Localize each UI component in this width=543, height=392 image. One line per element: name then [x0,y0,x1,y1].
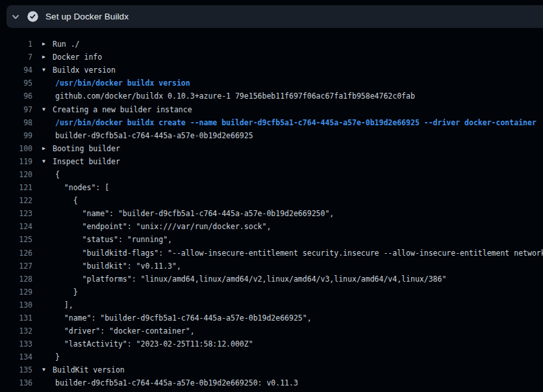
line-number[interactable]: 127 [0,262,32,271]
log-text: Buildx version [53,66,116,75]
group-toggle-icon[interactable]: ▼ [42,107,53,112]
line-number[interactable]: 130 [0,300,32,310]
log-line[interactable]: 121 "nodes": [ [0,181,543,194]
line-number[interactable]: 123 [0,209,32,218]
log-text: Docker info [53,53,102,62]
line-number[interactable]: 94 [0,66,32,75]
log-text: builder-d9cfb5a1-c764-445a-a57e-0b19d2e6… [53,378,298,387]
log-line[interactable]: 120 { [0,168,543,181]
line-number[interactable]: 96 [0,92,32,101]
line-number[interactable]: 129 [0,288,32,297]
log-text: builder-d9cfb5a1-c764-445a-a57e-0b19d2e6… [53,131,253,140]
log-line[interactable]: 97 ▼ Creating a new builder instance [0,103,543,116]
log-text: "platforms": "linux/amd64,linux/amd64/v2… [53,275,446,284]
line-number[interactable]: 100 [0,144,32,153]
line-number[interactable]: 124 [0,222,32,231]
chevron-down-icon[interactable] [11,12,20,21]
check-circle-icon [27,11,38,22]
log-text: "endpoint": "unix:///var/run/docker.sock… [53,222,271,231]
log-text: ], [53,300,73,310]
log-line[interactable]: 125 "status": "running", [0,233,543,246]
log-line[interactable]: 130 ], [0,299,543,312]
log-line[interactable]: 131 "name": "builder-d9cfb5a1-c764-445a-… [0,312,543,325]
log-line[interactable]: 122 { [0,194,543,207]
log-line[interactable]: 94 ▼ Buildx version [0,64,543,77]
log-line[interactable]: 1 ▶ Run ./ [0,38,543,51]
line-number[interactable]: 95 [0,79,32,88]
line-number[interactable]: 136 [0,378,32,387]
group-toggle-icon[interactable]: ▼ [42,367,53,373]
log-text: "driver": "docker-container", [53,326,195,336]
line-number[interactable]: 125 [0,235,32,244]
line-number[interactable]: 133 [0,339,32,349]
log-text: Run ./ [53,40,80,49]
line-number[interactable]: 97 [0,105,32,114]
line-number[interactable]: 134 [0,352,32,361]
log-line[interactable]: 123 "name": "builder-d9cfb5a1-c764-445a-… [0,207,543,220]
line-number[interactable]: 135 [0,365,32,374]
log-text: { [53,170,60,179]
group-toggle-icon[interactable]: ▼ [42,67,53,73]
log-line[interactable]: 96 github.com/docker/buildx 0.10.3+azure… [0,90,543,103]
log-line[interactable]: 119 ▼ Inspect builder [0,155,543,168]
log-line[interactable]: 127 "buildkit": "v0.11.3", [0,260,543,273]
log-text: Inspect builder [53,157,120,166]
log-line[interactable]: 129 } [0,286,543,299]
group-toggle-icon[interactable]: ▶ [42,55,53,60]
line-number[interactable]: 128 [0,275,32,284]
group-toggle-icon[interactable]: ▶ [42,146,53,151]
log-text: } [53,352,60,361]
log-line[interactable]: 95 /usr/bin/docker buildx version [0,77,543,90]
group-toggle-icon[interactable]: ▶ [42,42,53,47]
log-text: github.com/docker/buildx 0.10.3+azure-1 … [53,92,415,101]
log-text: "buildkitd-flags": "--allow-insecure-ent… [53,249,543,258]
line-number[interactable]: 98 [0,118,32,127]
log-text: Booting builder [53,144,120,153]
log-line[interactable]: 128 "platforms": "linux/amd64,linux/amd6… [0,273,543,286]
line-number[interactable]: 120 [0,170,32,179]
log-text: "name": "builder-d9cfb5a1-c764-445a-a57e… [53,313,312,323]
line-number[interactable]: 7 [0,53,32,62]
line-number[interactable]: 126 [0,249,32,258]
log-line[interactable]: 124 "endpoint": "unix:///var/run/docker.… [0,220,543,233]
step-title: Set up Docker Buildx [45,12,129,21]
log-line[interactable]: 132 "driver": "docker-container", [0,325,543,337]
log-text: } [53,288,78,297]
log-text: /usr/bin/docker buildx create --name bui… [53,118,537,127]
log-line[interactable]: 135 ▼ BuildKit version [0,363,543,376]
group-toggle-icon[interactable]: ▼ [42,159,53,164]
log-text: Creating a new builder instance [53,105,192,114]
line-number[interactable]: 1 [0,40,32,49]
log-line[interactable]: 100 ▶ Booting builder [0,142,543,155]
log-line[interactable]: 98 /usr/bin/docker buildx create --name … [0,116,543,129]
log-line[interactable]: 134 } [0,350,543,363]
log-line[interactable]: 136 builder-d9cfb5a1-c764-445a-a57e-0b19… [0,376,543,389]
line-number[interactable]: 99 [0,131,32,140]
log-line[interactable]: 7 ▶ Docker info [0,51,543,64]
log-text: "buildkit": "v0.11.3", [53,262,181,271]
line-number[interactable]: 121 [0,183,32,192]
line-number[interactable]: 132 [0,326,32,336]
log-area: 1 ▶ Run ./ 7 ▶ Docker info 94 ▼ Buildx v… [0,38,543,390]
line-number[interactable]: 119 [0,157,32,166]
step-header[interactable]: Set up Docker Buildx [6,5,543,28]
log-line[interactable]: 126 "buildkitd-flags": "--allow-insecure… [0,247,543,260]
log-text: "name": "builder-d9cfb5a1-c764-445a-a57e… [53,209,334,218]
log-text: "nodes": [ [53,183,109,192]
line-number[interactable]: 122 [0,196,32,205]
log-text: { [53,196,78,205]
log-text: "lastActivity": "2023-02-25T11:58:12.000… [53,339,253,349]
line-number[interactable]: 131 [0,313,32,323]
log-line[interactable]: 133 "lastActivity": "2023-02-25T11:58:12… [0,337,543,350]
log-text: /usr/bin/docker buildx version [53,79,190,88]
log-text: "status": "running", [53,235,172,244]
log-text: BuildKit version [53,365,125,374]
log-line[interactable]: 99 builder-d9cfb5a1-c764-445a-a57e-0b19d… [0,129,543,142]
